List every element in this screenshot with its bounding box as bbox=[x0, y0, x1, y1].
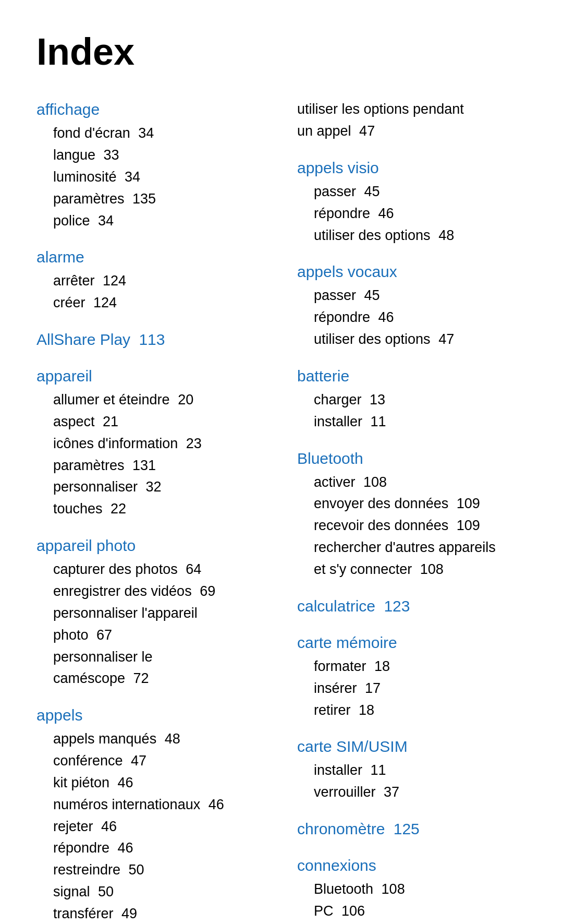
page-title: Index bbox=[36, 31, 527, 73]
section-connexions: connexions Bluetooth 108 PC 106 VPN 120 … bbox=[297, 855, 527, 924]
item-police: police 34 bbox=[36, 210, 266, 232]
item-repondre-vocaux: répondre 46 bbox=[297, 307, 527, 329]
heading-carte-memoire: carte mémoire bbox=[297, 632, 527, 654]
item-repondre-visio: répondre 46 bbox=[297, 203, 527, 225]
item-transferer: transférer 49 bbox=[36, 903, 266, 924]
item-restreindre: restreindre 50 bbox=[36, 859, 266, 881]
item-verrouiller: verrouiller 37 bbox=[297, 782, 527, 803]
section-affichage: affichage fond d'écran 34 langue 33 lumi… bbox=[36, 99, 266, 232]
item-arreter: arrêter 124 bbox=[36, 270, 266, 292]
item-touches: touches 22 bbox=[36, 498, 266, 520]
item-numeros: numéros internationaux 46 bbox=[36, 794, 266, 816]
item-installer-batt: installer 11 bbox=[297, 411, 527, 433]
section-appels-vocaux: appels vocaux passer 45 répondre 46 util… bbox=[297, 261, 527, 351]
heading-calculatrice: calculatrice 123 bbox=[297, 595, 527, 617]
heading-appareil-photo: appareil photo bbox=[36, 535, 266, 557]
item-retirer: retirer 18 bbox=[297, 700, 527, 722]
item-formater: formater 18 bbox=[297, 656, 527, 678]
item-appels-manques: appels manqués 48 bbox=[36, 728, 266, 750]
item-passer-visio: passer 45 bbox=[297, 181, 527, 203]
heading-affichage: affichage bbox=[36, 99, 266, 121]
heading-appels-visio: appels visio bbox=[297, 157, 527, 179]
item-parametres-aff: paramètres 135 bbox=[36, 188, 266, 210]
section-calculatrice: calculatrice 123 bbox=[297, 595, 527, 617]
item-recevoir-donnees: recevoir des données 109 bbox=[297, 515, 527, 537]
item-langue: langue 33 bbox=[36, 145, 266, 166]
item-options-visio: utiliser des options 48 bbox=[297, 225, 527, 247]
heading-appels-vocaux: appels vocaux bbox=[297, 261, 527, 283]
heading-allshare: AllShare Play 113 bbox=[36, 329, 266, 351]
heading-chronometre: chronomètre 125 bbox=[297, 818, 527, 840]
item-personnaliser-app: personnaliser 32 bbox=[36, 476, 266, 498]
item-fond-ecran: fond d'écran 34 bbox=[36, 123, 266, 145]
section-appareil: appareil allumer et éteindre 20 aspect 2… bbox=[36, 365, 266, 520]
index-columns: affichage fond d'écran 34 langue 33 lumi… bbox=[36, 99, 527, 924]
item-envoyer-donnees: envoyer des données 109 bbox=[297, 493, 527, 515]
item-repondre-appels: répondre 46 bbox=[36, 837, 266, 859]
item-creer: créer 124 bbox=[36, 292, 266, 314]
item-options-appel: utiliser les options pendantun appel 47 bbox=[297, 99, 527, 142]
left-column: affichage fond d'écran 34 langue 33 lumi… bbox=[36, 99, 287, 924]
section-appels: appels appels manqués 48 conférence 47 k… bbox=[36, 704, 266, 924]
item-allumer: allumer et éteindre 20 bbox=[36, 389, 266, 411]
item-inserer: insérer 17 bbox=[297, 678, 527, 700]
item-personnaliser-photo: personnaliser l'appareilphoto 67 bbox=[36, 603, 266, 646]
item-aspect: aspect 21 bbox=[36, 411, 266, 433]
heading-appels: appels bbox=[36, 704, 266, 726]
item-kit-pieton: kit piéton 46 bbox=[36, 772, 266, 794]
heading-appareil: appareil bbox=[36, 365, 266, 387]
right-column: utiliser les options pendantun appel 47 … bbox=[287, 99, 527, 924]
section-options-appel: utiliser les options pendantun appel 47 bbox=[297, 99, 527, 142]
heading-alarme: alarme bbox=[36, 246, 266, 268]
item-rechercher: rechercher d'autres appareilset s'y conn… bbox=[297, 537, 527, 581]
section-alarme: alarme arrêter 124 créer 124 bbox=[36, 246, 266, 314]
section-bluetooth: Bluetooth activer 108 envoyer des donnée… bbox=[297, 448, 527, 581]
item-icones: icônes d'information 23 bbox=[36, 433, 266, 455]
item-bluetooth-conn: Bluetooth 108 bbox=[297, 879, 527, 901]
section-appareil-photo: appareil photo capturer des photos 64 en… bbox=[36, 535, 266, 690]
heading-connexions: connexions bbox=[297, 855, 527, 877]
item-activer: activer 108 bbox=[297, 472, 527, 494]
section-batterie: batterie charger 13 installer 11 bbox=[297, 365, 527, 433]
item-signal: signal 50 bbox=[36, 881, 266, 903]
section-chronometre: chronomètre 125 bbox=[297, 818, 527, 840]
item-parametres-app: paramètres 131 bbox=[36, 455, 266, 477]
item-conference: conférence 47 bbox=[36, 750, 266, 772]
heading-bluetooth: Bluetooth bbox=[297, 448, 527, 470]
item-rejeter: rejeter 46 bbox=[36, 816, 266, 838]
item-luminosite: luminosité 34 bbox=[36, 166, 266, 188]
item-charger: charger 13 bbox=[297, 389, 527, 411]
item-personnaliser-camescope: personnaliser lecaméscope 72 bbox=[36, 646, 266, 690]
item-options-vocaux: utiliser des options 47 bbox=[297, 329, 527, 351]
item-capturer: capturer des photos 64 bbox=[36, 559, 266, 581]
section-appels-visio: appels visio passer 45 répondre 46 utili… bbox=[297, 157, 527, 247]
section-carte-sim: carte SIM/USIM installer 11 verrouiller … bbox=[297, 736, 527, 803]
item-passer-vocaux: passer 45 bbox=[297, 285, 527, 307]
item-pc: PC 106 bbox=[297, 901, 527, 922]
heading-batterie: batterie bbox=[297, 365, 527, 387]
section-carte-memoire: carte mémoire formater 18 insérer 17 ret… bbox=[297, 632, 527, 722]
item-enregistrer: enregistrer des vidéos 69 bbox=[36, 581, 266, 603]
item-installer-sim: installer 11 bbox=[297, 760, 527, 782]
section-allshare: AllShare Play 113 bbox=[36, 329, 266, 351]
heading-carte-sim: carte SIM/USIM bbox=[297, 736, 527, 758]
